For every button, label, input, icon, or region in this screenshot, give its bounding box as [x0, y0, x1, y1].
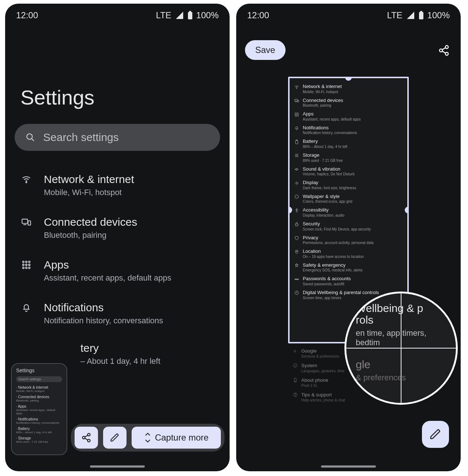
mini-list-item: NotificationsNotification history, conve… [294, 123, 403, 137]
svg-rect-52 [296, 279, 297, 279]
mini-list-item: AppsAssistant, recent apps, default apps [294, 109, 403, 123]
svg-rect-23 [420, 11, 422, 12]
svg-point-12 [26, 264, 27, 266]
edit-button[interactable] [103, 427, 127, 449]
edit-button[interactable] [422, 421, 449, 448]
thumb-row: · Network & internetMobile, Wi-Fi, hotsp… [16, 384, 62, 394]
key-icon [294, 277, 299, 282]
svg-point-11 [23, 264, 24, 266]
svg-rect-43 [296, 140, 297, 140]
magnifier-text: & preferences [356, 373, 452, 382]
status-battery: 100% [196, 10, 219, 20]
privacy-icon [294, 236, 299, 241]
share-button[interactable] [437, 44, 450, 57]
svg-line-28 [442, 51, 445, 53]
capture-more-button[interactable]: Capture more [132, 427, 221, 449]
svg-line-27 [442, 48, 445, 50]
crop-handle-right[interactable] [405, 207, 409, 213]
svg-point-34 [296, 113, 297, 113]
thumb-row: · Battery86% – About 1 day, 4 hr left [16, 426, 62, 435]
thumb-row: · NotificationsNotification history, con… [16, 416, 62, 426]
battery-icon [188, 11, 193, 20]
magnifier-text: en time, app timers, bedtim [356, 328, 452, 347]
status-bar: 12:00 LTE 100% [236, 4, 461, 23]
wifi-icon [21, 174, 31, 184]
svg-rect-0 [188, 12, 192, 19]
list-item[interactable]: Apps Assistant, recent apps, default app… [21, 249, 224, 292]
svg-text:G: G [294, 349, 296, 353]
search-input[interactable]: Search settings [15, 124, 220, 151]
svg-point-62 [295, 395, 295, 396]
accessibility-icon [294, 208, 299, 213]
share-button[interactable] [75, 427, 98, 449]
magnifier-text: Wellbeing & p [356, 302, 452, 315]
svg-rect-22 [419, 12, 423, 19]
list-item-title: Network & internet [44, 172, 134, 186]
list-item-subtitle: Mobile, Wi-Fi, hotspot [44, 188, 134, 197]
list-item-subtitle: Bluetooth, pairing [44, 231, 137, 240]
svg-point-40 [296, 115, 297, 116]
mini-list-item: Passwords & accountsSaved passwords, aut… [294, 274, 403, 288]
svg-point-19 [88, 439, 90, 442]
svg-point-41 [298, 115, 298, 116]
wellbeing-icon [294, 290, 299, 296]
svg-line-21 [85, 438, 88, 440]
battery-icon [294, 139, 299, 144]
save-button[interactable]: Save [245, 40, 286, 60]
mini-list-item: Connected devicesBluetooth, pairing [294, 96, 403, 110]
svg-rect-42 [295, 140, 298, 144]
mini-list-item: Storage89% used · 7.21 GB free [294, 151, 403, 164]
mini-list-item: PrivacyPermissions, account activity, pe… [294, 233, 403, 247]
svg-point-4 [26, 182, 27, 183]
svg-rect-6 [28, 221, 31, 225]
palette-icon [294, 194, 299, 199]
svg-rect-53 [298, 279, 298, 279]
magnifier[interactable]: Wellbeing & p rols en time, app timers, … [344, 292, 458, 405]
svg-point-50 [296, 251, 297, 252]
crop-handle-left[interactable] [288, 207, 292, 213]
svg-point-2 [27, 134, 32, 139]
star-icon [294, 263, 299, 268]
mini-list-item: Network & internetMobile, Wi-Fi, hotspot [294, 82, 403, 96]
list-item-title: tery [44, 341, 161, 355]
magnifier-text: gle [356, 358, 452, 371]
screenshot-toolbar: Capture more [71, 424, 224, 452]
gesture-nav-pill[interactable] [321, 465, 376, 468]
mini-list-item: LocationOn – 19 apps have access to loca… [294, 247, 403, 260]
gesture-nav-pill[interactable] [90, 465, 145, 468]
svg-point-38 [298, 114, 298, 115]
svg-rect-51 [295, 279, 295, 279]
svg-point-29 [296, 88, 297, 88]
mini-list-item: Battery86% – About 1 day, 4 hr left [294, 137, 403, 151]
lock-icon [294, 222, 299, 227]
list-item-subtitle: Assistant, recent apps, default apps [44, 273, 171, 283]
signal-icon [175, 11, 184, 20]
mini-list-item: SecurityScreen lock, Find My Device, app… [294, 219, 403, 233]
devices-icon [294, 98, 299, 103]
location-icon [294, 249, 299, 254]
help-icon [292, 392, 298, 397]
svg-point-17 [88, 433, 90, 436]
mini-list-item: Sound & vibrationVolume, haptics, Do Not… [294, 164, 403, 178]
svg-point-48 [296, 209, 297, 209]
status-bar: 12:00 LTE 100% [5, 4, 230, 23]
list-item[interactable]: Network & internet Mobile, Wi-Fi, hotspo… [21, 163, 224, 206]
mini-list-item: Wallpaper & styleColors, themed icons, a… [294, 192, 403, 206]
svg-point-10 [29, 261, 30, 263]
svg-point-14 [23, 267, 24, 269]
list-item[interactable]: Notifications Notification history, conv… [21, 292, 224, 334]
mini-list-item: Safety & emergencyEmergency SOS, medical… [294, 260, 403, 274]
svg-point-39 [295, 115, 295, 116]
list-item[interactable]: Connected devices Bluetooth, pairing [21, 206, 224, 249]
right-phone-frame: 12:00 LTE 100% Save Network [236, 4, 461, 471]
svg-rect-49 [295, 224, 298, 226]
svg-point-36 [295, 114, 295, 115]
svg-point-15 [26, 267, 27, 269]
battery-icon [21, 343, 31, 353]
svg-point-47 [296, 182, 297, 184]
sound-icon [294, 167, 299, 172]
info-icon [292, 363, 298, 368]
search-icon [26, 133, 35, 142]
svg-point-18 [83, 437, 85, 439]
screenshot-thumbnail[interactable]: Settings Search settings · Network & int… [11, 363, 67, 455]
